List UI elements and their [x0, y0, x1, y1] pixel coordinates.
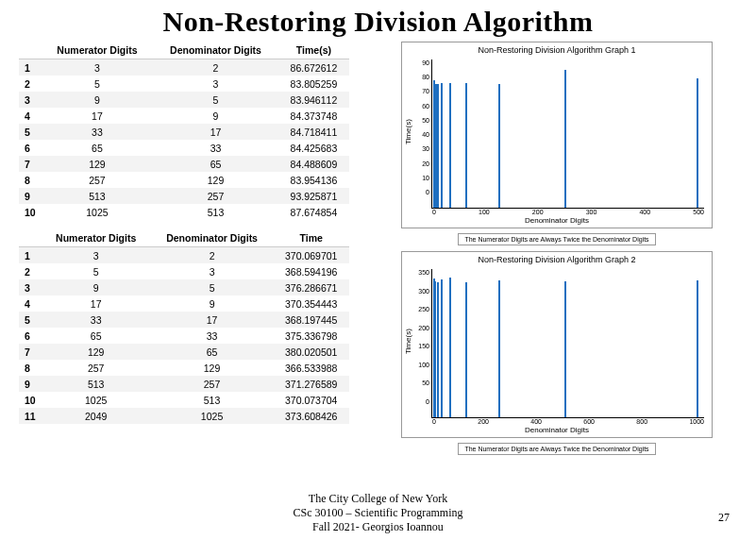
chart-caption: The Numerator Digits are Always Twice th… — [458, 443, 655, 455]
table-cell: 86.672612 — [278, 59, 349, 76]
table-cell: 370.069701 — [273, 247, 349, 264]
table-cell: 5 — [42, 263, 151, 279]
table-cell: 65 — [151, 344, 274, 360]
table-cell: 9 — [151, 295, 274, 312]
chart-2: Non-Restoring Division Algorithm Graph 2… — [401, 251, 713, 438]
chart-yticks: 9080706050403020100 — [414, 56, 431, 209]
table-cell: 83.954136 — [278, 172, 349, 188]
chart-bar — [498, 280, 500, 417]
row-number: 5 — [19, 312, 42, 328]
chart-title: Non-Restoring Division Algorithm Graph 2 — [402, 252, 712, 265]
row-number: 7 — [19, 156, 42, 172]
content-area: Numerator DigitsDenominator DigitsTime(s… — [0, 42, 756, 457]
table-row: 4179370.354443 — [19, 295, 349, 312]
table-header: Time(s) — [278, 42, 349, 59]
chart-title: Non-Restoring Division Algorithm Graph 1 — [402, 42, 712, 56]
row-number: 4 — [19, 108, 42, 124]
table-cell: 3 — [153, 76, 278, 92]
charts-column: Non-Restoring Division Algorithm Graph 1… — [387, 42, 727, 457]
chart-bar — [437, 84, 439, 208]
table-row: 8257129366.533988 — [19, 360, 349, 376]
table-cell: 129 — [42, 344, 151, 360]
table-header: Numerator Digits — [42, 229, 151, 247]
table-cell: 370.073704 — [273, 392, 349, 408]
row-number: 5 — [19, 124, 42, 140]
table-cell: 2 — [153, 59, 278, 76]
row-number: 7 — [19, 344, 42, 360]
table-cell: 370.354443 — [273, 295, 349, 312]
table-cell: 1025 — [42, 204, 153, 220]
tick-label: 60 — [414, 103, 429, 110]
tick-label: 250 — [414, 306, 429, 312]
row-number: 6 — [19, 140, 42, 156]
table-cell: 87.674854 — [278, 204, 349, 220]
table-header: Time — [273, 229, 349, 247]
tables-column: Numerator DigitsDenominator DigitsTime(s… — [9, 42, 387, 457]
chart-bar — [697, 280, 698, 418]
row-number: 9 — [19, 188, 42, 204]
chart-plot-area — [431, 59, 704, 209]
tick-label: 0 — [432, 418, 436, 425]
table-row: 25383.805259 — [19, 76, 349, 92]
table-cell: 380.020501 — [273, 344, 349, 360]
tick-label: 0 — [414, 189, 429, 195]
table-cell: 376.286671 — [273, 279, 349, 295]
table-row: 39583.946112 — [19, 92, 349, 108]
row-number: 3 — [19, 279, 42, 295]
table-header — [19, 42, 42, 59]
table-header: Denominator Digits — [151, 229, 274, 247]
page-number: 27 — [718, 511, 730, 525]
tick-label: 300 — [586, 209, 597, 215]
tick-label: 30 — [414, 145, 429, 152]
tick-label: 350 — [414, 269, 429, 276]
table-cell: 9 — [42, 92, 153, 108]
tick-label: 600 — [583, 418, 595, 425]
tick-label: 200 — [478, 418, 489, 425]
tick-label: 100 — [414, 362, 429, 368]
chart-bar — [465, 83, 467, 208]
table-cell: 5 — [151, 279, 274, 295]
table-cell: 84.488609 — [278, 156, 349, 172]
table-cell: 84.425683 — [278, 140, 349, 156]
table-row: 825712983.954136 — [19, 172, 349, 188]
table-cell: 65 — [153, 156, 278, 172]
tick-label: 500 — [693, 209, 704, 215]
chart-bar — [498, 84, 500, 208]
chart-1: Non-Restoring Division Algorithm Graph 1… — [401, 42, 713, 228]
row-number: 2 — [19, 76, 42, 92]
tick-label: 150 — [414, 343, 429, 349]
chart-ylabel: Time(s) — [402, 56, 414, 209]
tick-label: 400 — [530, 418, 542, 425]
table-row: 253368.594196 — [19, 263, 349, 279]
table-row: 13286.672612 — [19, 59, 349, 76]
table-row: 951325793.925871 — [19, 188, 349, 204]
tick-label: 200 — [532, 209, 544, 215]
row-number: 10 — [19, 392, 42, 408]
table-cell: 84.718411 — [278, 124, 349, 140]
table-cell: 33 — [153, 140, 278, 156]
tick-label: 20 — [414, 160, 429, 167]
tick-label: 90 — [414, 59, 429, 66]
table-cell: 375.336798 — [273, 328, 349, 344]
chart-bar — [697, 78, 698, 208]
table-cell: 371.276589 — [273, 376, 349, 392]
table-row: 9513257371.276589 — [19, 376, 349, 392]
table-cell: 129 — [42, 156, 153, 172]
tick-label: 1000 — [689, 418, 704, 425]
tick-label: 0 — [432, 209, 436, 215]
table-cell: 513 — [153, 204, 278, 220]
table-cell: 129 — [151, 360, 274, 376]
tick-label: 50 — [414, 380, 429, 386]
table-cell: 5 — [42, 76, 153, 92]
table-row: 132370.069701 — [19, 247, 349, 264]
row-number: 6 — [19, 328, 42, 344]
table-cell: 93.925871 — [278, 188, 349, 204]
table-cell: 3 — [42, 59, 153, 76]
table-row: 101025513370.073704 — [19, 392, 349, 408]
table-row: 71296584.488609 — [19, 156, 349, 172]
chart-bar — [437, 282, 439, 417]
table-row: 53317368.197445 — [19, 312, 349, 328]
tick-label: 40 — [414, 131, 429, 138]
chart-bar — [449, 278, 451, 417]
table-row: 10102551387.674854 — [19, 204, 349, 220]
